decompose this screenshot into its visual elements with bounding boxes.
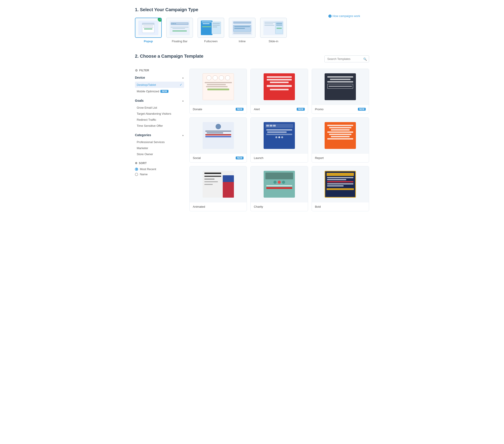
device-section-header[interactable]: Device ▲ xyxy=(135,76,184,79)
template-name-animated: Animated xyxy=(193,205,205,208)
template-name-alert: Alert xyxy=(254,108,260,111)
template-name-donate: Donate xyxy=(193,108,202,111)
template-badge-alert: NEW xyxy=(297,108,305,111)
campaign-type-inline[interactable]: Inline xyxy=(229,18,255,43)
search-box: 🔍 xyxy=(324,56,369,62)
redirect-traffic-label: Redirect Traffic xyxy=(137,118,156,121)
goals-section: Goals ▲ Grow Email List Target Abandonin… xyxy=(135,99,184,129)
filter-header: ⚙ FILTER xyxy=(135,69,184,72)
goals-label: Goals xyxy=(135,99,144,102)
template-card-promo[interactable]: Promo NEW xyxy=(312,69,369,114)
template-name-promo: Promo xyxy=(315,108,324,111)
template-footer-report: Report xyxy=(312,153,369,162)
section2-title: 2. Choose a Campaign Template xyxy=(135,54,203,59)
template-preview-social xyxy=(190,117,247,153)
template-badge-donate: NEW xyxy=(236,108,244,111)
categories-section-header[interactable]: Categories ▲ xyxy=(135,133,184,137)
template-name-report: Report xyxy=(315,156,324,160)
categories-chevron-icon: ▲ xyxy=(182,134,184,136)
template-card-animated[interactable]: Animated xyxy=(189,166,247,211)
search-input[interactable] xyxy=(324,56,369,62)
marketer-label: Marketer xyxy=(137,146,148,150)
template-name-charity: Charity xyxy=(254,205,263,208)
chevron-up-icon: ▲ xyxy=(182,77,184,79)
template-footer-social: Social NEW xyxy=(190,153,247,162)
template-card-report[interactable]: Report xyxy=(312,117,369,163)
template-preview-report xyxy=(312,117,369,153)
template-card-social[interactable]: Social NEW xyxy=(189,117,247,163)
sidebar-item-grow-email[interactable]: Grow Email List xyxy=(135,105,184,111)
sidebar-item-target-abandoning[interactable]: Target Abandoning Visitors xyxy=(135,111,184,117)
template-preview-animated xyxy=(190,166,247,202)
sidebar-item-mobile[interactable]: Mobile Optimized NEW xyxy=(135,88,184,94)
store-owner-label: Store Owner xyxy=(137,153,153,156)
campaign-types-row: ✓ Popup xyxy=(135,18,369,43)
sidebar-item-marketer[interactable]: Marketer xyxy=(135,145,184,151)
categories-section: Categories ▲ Professional Services Marke… xyxy=(135,133,184,157)
target-abandoning-label: Target Abandoning Visitors xyxy=(137,112,171,115)
templates-grid: Donate NEW xyxy=(189,69,369,211)
goals-section-header[interactable]: Goals ▲ xyxy=(135,99,184,102)
sort-icon: ⚙ xyxy=(135,162,138,165)
sort-most-recent-label: Most Recent xyxy=(140,167,156,171)
campaign-type-slide-in[interactable]: Slide-in xyxy=(260,18,287,43)
sidebar-item-time-sensitive[interactable]: Time Sensitive Offer xyxy=(135,123,184,129)
template-preview-alert xyxy=(251,69,308,105)
template-name-social: Social xyxy=(193,156,201,160)
sidebar: ⚙ FILTER Device ▲ Desktop/Tablet ✓ Mobil… xyxy=(135,69,184,211)
how-campaigns-link[interactable]: i How campaigns work xyxy=(328,14,360,18)
template-badge-social: NEW xyxy=(236,156,244,159)
template-card-launch[interactable]: Launch xyxy=(251,117,308,163)
sort-name[interactable]: Name xyxy=(135,173,184,176)
section2: 2. Choose a Campaign Template 🔍 ⚙ FILTER… xyxy=(135,54,369,211)
filter-icon: ⚙ xyxy=(135,69,138,72)
mobile-new-badge: NEW xyxy=(161,90,168,93)
sidebar-item-desktop[interactable]: Desktop/Tablet ✓ xyxy=(135,82,184,88)
slide-in-label: Slide-in xyxy=(269,39,278,43)
sort-label: SORT xyxy=(139,162,147,165)
template-card-bold[interactable]: Bold xyxy=(312,166,369,211)
fullscreen-label: Fullscreen xyxy=(204,39,217,43)
template-preview-bold xyxy=(312,166,369,202)
template-card-alert[interactable]: Alert NEW xyxy=(251,69,308,114)
template-preview-charity xyxy=(251,166,308,202)
device-section: Device ▲ Desktop/Tablet ✓ Mobile Optimiz… xyxy=(135,76,184,94)
sort-section: ⚙ SORT Most Recent Name xyxy=(135,162,184,176)
template-card-donate[interactable]: Donate NEW xyxy=(189,69,247,114)
categories-label: Categories xyxy=(135,133,151,137)
radio-most-recent-fill xyxy=(136,168,137,170)
template-footer-alert: Alert NEW xyxy=(251,105,308,114)
campaign-type-floating-bar[interactable]: Floating Bar xyxy=(166,18,193,43)
sidebar-item-redirect-traffic[interactable]: Redirect Traffic xyxy=(135,117,184,123)
filter-label: FILTER xyxy=(139,69,149,72)
template-name-launch: Launch xyxy=(254,156,263,160)
floating-bar-label: Floating Bar xyxy=(172,39,187,43)
sort-name-label: Name xyxy=(140,173,148,176)
template-preview-launch xyxy=(251,117,308,153)
inline-label: Inline xyxy=(239,39,246,43)
time-sensitive-label: Time Sensitive Offer xyxy=(137,124,163,127)
campaign-type-fullscreen[interactable]: Fullscreen xyxy=(198,18,224,43)
device-label: Device xyxy=(135,76,145,79)
campaign-type-popup[interactable]: ✓ Popup xyxy=(135,18,162,43)
search-icon: 🔍 xyxy=(363,57,367,60)
template-footer-launch: Launch xyxy=(251,153,308,162)
desktop-tablet-label: Desktop/Tablet xyxy=(137,83,156,87)
grow-email-label: Grow Email List xyxy=(137,106,157,109)
template-card-charity[interactable]: Charity xyxy=(251,166,308,211)
template-footer-bold: Bold xyxy=(312,202,369,211)
professional-label: Professional Services xyxy=(137,140,165,144)
info-icon: i xyxy=(328,15,332,18)
mobile-label: Mobile Optimized xyxy=(137,90,159,93)
section1-title: 1. Select Your Campaign Type xyxy=(135,7,369,12)
sidebar-item-store-owner[interactable]: Store Owner xyxy=(135,151,184,157)
sort-most-recent[interactable]: Most Recent xyxy=(135,167,184,171)
template-preview-promo xyxy=(312,69,369,105)
sort-title: ⚙ SORT xyxy=(135,162,184,165)
sidebar-item-professional[interactable]: Professional Services xyxy=(135,139,184,145)
template-footer-animated: Animated xyxy=(190,202,247,211)
template-footer-donate: Donate NEW xyxy=(190,105,247,114)
template-preview-donate xyxy=(190,69,247,105)
how-campaigns-label: How campaigns work xyxy=(332,14,360,18)
desktop-check-icon: ✓ xyxy=(180,83,182,87)
